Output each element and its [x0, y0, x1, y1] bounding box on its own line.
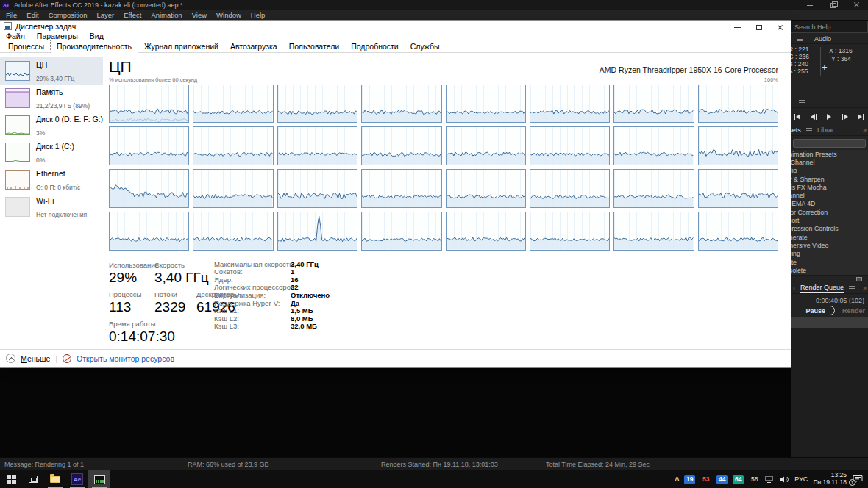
status-renders-started: Renders Started: Пн 19.11.18, 13:01:03	[381, 461, 498, 468]
tray-badge[interactable]: 58	[749, 475, 760, 484]
effects-category[interactable]: Generate	[791, 233, 868, 241]
tm-minimize-button[interactable]	[727, 21, 748, 34]
tray-badge[interactable]: 44	[716, 475, 728, 484]
taskbar-clock[interactable]: 13:25Пн 19.11.18	[813, 472, 847, 487]
tab-audio[interactable]: Audio	[814, 35, 831, 43]
cpu-thumbnail-icon	[5, 61, 30, 81]
status-ram: RAM: 66% used of 23,9 GB	[188, 461, 269, 468]
last-frame-button[interactable]	[858, 114, 864, 120]
render-button[interactable]: Render	[842, 307, 865, 315]
effects-category[interactable]: 3D Channel	[791, 158, 868, 166]
ae-menu-composition[interactable]: Composition	[49, 11, 88, 19]
ae-restore-icon[interactable]	[830, 1, 837, 9]
task-manager-taskbar-button[interactable]	[88, 470, 110, 488]
sidebar-item-disk1[interactable]: Диск 1 (C:)0%	[0, 139, 103, 166]
help-search-input[interactable]	[791, 21, 868, 33]
sidebar-item-wifi[interactable]: Wi-FiНет подключения	[0, 193, 103, 220]
tray-badge[interactable]: 19	[684, 475, 695, 484]
tab-app-history[interactable]: Журнал приложений	[138, 40, 224, 52]
sidebar-item-cpu[interactable]: ЦП29% 3,40 ГГц	[0, 57, 103, 85]
tab-startup[interactable]: Автозагрузка	[224, 40, 283, 52]
task-view-button[interactable]	[22, 470, 44, 488]
effects-category[interactable]: * Animation Presets	[791, 150, 868, 158]
previous-frame-button[interactable]	[811, 114, 817, 120]
effects-search-input[interactable]	[793, 139, 866, 148]
cpu-core-graph	[698, 169, 778, 208]
ae-menu-layer[interactable]: Layer	[97, 11, 115, 19]
tm-menu-file[interactable]: Файл	[6, 32, 25, 40]
ae-menu-effect[interactable]: Effect	[124, 11, 141, 19]
cpu-core-graph	[530, 85, 610, 123]
tab-users[interactable]: Пользователи	[283, 40, 346, 52]
effects-category[interactable]: Matte	[791, 258, 868, 266]
panel-menu-icon[interactable]	[799, 100, 805, 104]
start-button[interactable]	[0, 470, 22, 488]
pause-button[interactable]: Pause	[791, 306, 835, 315]
effects-category[interactable]: Distort	[791, 216, 868, 224]
info-x: X : 1316	[829, 47, 853, 54]
panel-menu-icon[interactable]	[797, 37, 803, 41]
sidebar-item-memory[interactable]: Память21,2/23,9 ГБ (89%)	[0, 85, 103, 112]
file-explorer-button[interactable]	[44, 470, 66, 488]
panel-overflow-icon[interactable]: »	[863, 284, 867, 292]
next-frame-button[interactable]	[842, 114, 848, 120]
tm-close-button[interactable]	[769, 21, 791, 34]
effects-category[interactable]: Audio	[791, 167, 868, 175]
ae-menu-animation[interactable]: Animation	[151, 11, 182, 19]
cpu-graph-grid	[109, 85, 778, 251]
tray-badge[interactable]: 64	[733, 475, 744, 484]
play-button[interactable]	[827, 114, 831, 120]
new-folder-icon[interactable]	[856, 277, 862, 281]
effects-category[interactable]: Blur & Sharpen	[791, 175, 868, 183]
tm-maximize-button[interactable]	[748, 21, 769, 34]
fewer-details-button[interactable]: Меньше	[21, 354, 50, 363]
cpu-core-graph	[613, 85, 694, 123]
sidebar-item-disk0[interactable]: Диск 0 (D: E: F: G:)3%	[0, 112, 103, 139]
effects-category[interactable]: Immersive Video	[791, 241, 868, 249]
after-effects-taskbar-button[interactable]: Ae	[66, 470, 88, 488]
disk0-thumbnail-icon	[5, 115, 30, 135]
effects-category[interactable]: Keying	[791, 250, 868, 258]
ae-titlebar: Ae Adobe After Effects CC 2019 - kazak e…	[0, 0, 868, 10]
tab-processes[interactable]: Процессы	[2, 40, 50, 52]
panel-overflow-icon[interactable]: »	[863, 126, 867, 134]
tab-libraries[interactable]: Librar	[817, 126, 834, 134]
effects-category[interactable]: Color Correction	[791, 208, 868, 216]
ae-minimize-icon[interactable]	[806, 1, 814, 9]
tab-services[interactable]: Службы	[405, 40, 446, 52]
ae-menu-edit[interactable]: Edit	[26, 11, 38, 19]
volume-icon[interactable]	[780, 476, 789, 484]
stat-usage-label: Использование	[109, 261, 154, 269]
tray-expand-icon[interactable]: ^	[675, 476, 680, 484]
tab-effects-presets[interactable]: Effects & Presets	[791, 126, 801, 134]
notification-center-icon[interactable]: 1	[852, 474, 864, 484]
effects-category[interactable]: CINEMA 4D	[791, 200, 868, 208]
ae-menu-window[interactable]: Window	[216, 11, 241, 19]
effects-category-list: * Animation Presets 3D Channel Audio Blu…	[791, 150, 868, 275]
sidebar-ethernet-sub: О: 0 П: 0 кбит/с	[36, 184, 80, 191]
panel-menu-icon[interactable]	[849, 286, 855, 290]
tab-preview[interactable]: Preview	[791, 98, 791, 106]
effects-category[interactable]: Boris FX Mocha	[791, 183, 868, 191]
task-manager-titlebar: Диспетчер задач	[0, 21, 791, 32]
open-resource-monitor-link[interactable]: Открыть монитор ресурсов	[77, 354, 174, 363]
language-indicator[interactable]: РУС	[794, 476, 808, 483]
ae-menu-view[interactable]: View	[192, 11, 207, 19]
cpu-core-graph	[361, 212, 441, 251]
first-frame-button[interactable]	[794, 114, 800, 120]
tab-details[interactable]: Подробности	[345, 40, 405, 52]
panel-menu-icon[interactable]	[806, 128, 812, 132]
ae-menu-help[interactable]: Help	[251, 11, 266, 19]
cpu-core-graph	[109, 126, 189, 165]
ae-menu-file[interactable]: File	[6, 11, 17, 19]
tab-render-queue[interactable]: Render Queue	[800, 284, 844, 293]
network-icon[interactable]	[765, 476, 775, 484]
effects-category[interactable]: Obsolete	[791, 266, 868, 274]
tab-performance[interactable]: Производительность	[50, 40, 138, 53]
panel-scroll-left-icon[interactable]: ‹	[793, 284, 795, 292]
effects-category[interactable]: Channel	[791, 191, 868, 199]
effects-category[interactable]: Expression Controls	[791, 225, 868, 233]
sidebar-item-ethernet[interactable]: EthernetО: 0 П: 0 кбит/с	[0, 166, 103, 193]
ae-close-icon[interactable]	[853, 1, 861, 9]
tray-badge[interactable]: 53	[700, 475, 711, 484]
